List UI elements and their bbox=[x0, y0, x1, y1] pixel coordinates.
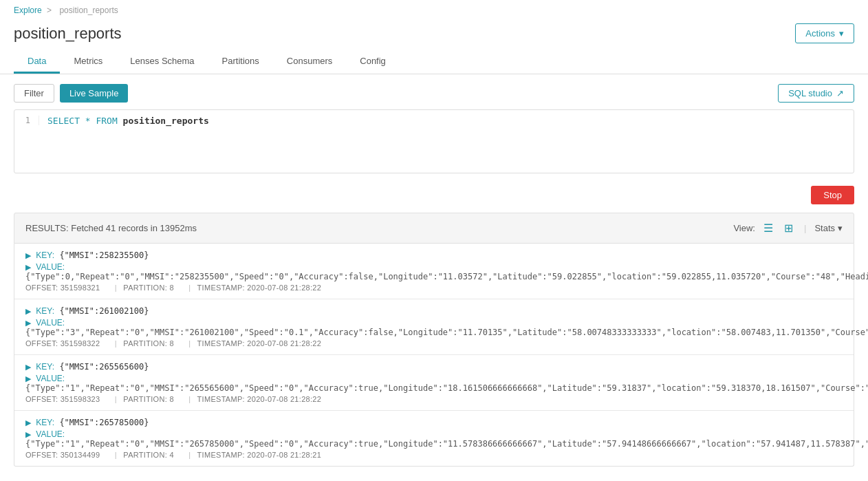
record-value-0[interactable]: ▶ VALUE: {"Type":0,"Repeat":"0","MMSI":"… bbox=[25, 262, 843, 281]
results-body: ▶ KEY: {"MMSI":258235500} ▶ VALUE: {"Typ… bbox=[14, 244, 854, 467]
actions-button-icon: ▾ bbox=[839, 28, 844, 39]
toggle-icon: ▶ bbox=[25, 319, 31, 327]
view-label: View: bbox=[733, 223, 755, 233]
record-key-0[interactable]: ▶ KEY: {"MMSI":258235500} bbox=[25, 250, 843, 260]
offset-label: OFFSET: 351598321 bbox=[25, 284, 104, 292]
tab-config[interactable]: Config bbox=[346, 50, 400, 74]
key-value: {"MMSI":261002100} bbox=[59, 306, 149, 316]
record-meta-0: OFFSET: 351598321 | PARTITION: 8 | TIMES… bbox=[25, 284, 843, 292]
offset-label: OFFSET: 351598323 bbox=[25, 395, 104, 403]
timestamp-label: TIMESTAMP: 2020-07-08 21:28:22 bbox=[197, 339, 326, 348]
key-label: KEY: bbox=[36, 418, 54, 427]
toggle-icon: ▶ bbox=[25, 418, 31, 427]
stop-button[interactable]: Stop bbox=[811, 186, 854, 204]
tab-data[interactable]: Data bbox=[14, 50, 60, 74]
record-key-3[interactable]: ▶ KEY: {"MMSI":265785000} bbox=[25, 418, 843, 427]
key-label: KEY: bbox=[36, 250, 54, 260]
code-editor[interactable]: 1 SELECT * FROM position_reports bbox=[14, 109, 854, 173]
value-label: VALUE: bbox=[36, 262, 65, 272]
tab-partitions[interactable]: Partitions bbox=[208, 50, 273, 74]
breadcrumb-current: position_reports bbox=[59, 6, 118, 15]
value-text: {"Type":"3","Repeat":"0","MMSI":"2610021… bbox=[25, 328, 868, 337]
value-label: VALUE: bbox=[36, 318, 65, 328]
record-meta-2: OFFSET: 351598323 | PARTITION: 8 | TIMES… bbox=[25, 395, 843, 403]
view-divider: | bbox=[804, 223, 806, 233]
timestamp-label: TIMESTAMP: 2020-07-08 21:28:22 bbox=[197, 284, 326, 292]
table-row: ▶ KEY: {"MMSI":265565600} ▶ VALUE: {"Typ… bbox=[14, 355, 854, 411]
offset-value: 351598321 bbox=[61, 284, 100, 292]
sql-studio-button[interactable]: SQL studio ↗ bbox=[778, 84, 854, 103]
toolbar: Filter Live Sample SQL studio ↗ bbox=[14, 84, 854, 103]
record-meta-1: OFFSET: 351598322 | PARTITION: 8 | TIMES… bbox=[25, 339, 843, 348]
top-bar: Explore > position_reports position_repo… bbox=[0, 0, 868, 74]
record-value-2[interactable]: ▶ VALUE: {"Type":"1","Repeat":"0","MMSI"… bbox=[25, 374, 843, 393]
main-content: Filter Live Sample SQL studio ↗ 1 SELECT… bbox=[0, 74, 868, 476]
breadcrumb-explore[interactable]: Explore bbox=[14, 6, 42, 15]
toggle-icon: ▶ bbox=[25, 430, 31, 438]
value-label: VALUE: bbox=[36, 374, 65, 383]
table-row: ▶ KEY: {"MMSI":265785000} ▶ VALUE: {"Typ… bbox=[14, 411, 854, 466]
key-label: KEY: bbox=[36, 306, 54, 316]
record-value-3[interactable]: ▶ VALUE: {"Type":"1","Repeat":"0","MMSI"… bbox=[25, 429, 843, 449]
key-value: {"MMSI":258235500} bbox=[59, 250, 149, 260]
tab-metrics[interactable]: Metrics bbox=[60, 50, 116, 74]
stop-bar: Stop bbox=[14, 180, 854, 210]
sql-studio-label: SQL studio bbox=[788, 88, 832, 98]
tab-lenses-schema[interactable]: Lenses Schema bbox=[116, 50, 208, 74]
table-row: ▶ KEY: {"MMSI":258235500} ▶ VALUE: {"Typ… bbox=[14, 244, 854, 299]
page-header: position_reports Actions ▾ bbox=[14, 19, 854, 50]
key-value: {"MMSI":265785000} bbox=[59, 418, 149, 427]
partition-label: PARTITION: 8 bbox=[123, 339, 178, 348]
tab-bar: Data Metrics Lenses Schema Partitions Co… bbox=[14, 50, 854, 74]
partition-label: PARTITION: 4 bbox=[123, 451, 178, 459]
value-label: VALUE: bbox=[36, 429, 65, 439]
toggle-icon: ▶ bbox=[25, 251, 31, 259]
key-value: {"MMSI":265565600} bbox=[59, 362, 149, 372]
value-text: {"Type":0,"Repeat":"0","MMSI":"258235500… bbox=[25, 272, 868, 281]
code-line-1: 1 SELECT * FROM position_reports bbox=[14, 110, 854, 131]
filter-button[interactable]: Filter bbox=[14, 84, 54, 103]
line-number: 1 bbox=[14, 116, 39, 125]
offset-label: OFFSET: 351598322 bbox=[25, 339, 104, 348]
live-sample-button[interactable]: Live Sample bbox=[60, 84, 129, 103]
partition-value: 8 bbox=[169, 284, 173, 292]
table-row: ▶ KEY: {"MMSI":261002100} ▶ VALUE: {"Typ… bbox=[14, 299, 854, 355]
stats-label: Stats bbox=[814, 223, 835, 233]
stats-dropdown[interactable]: Stats ▾ bbox=[814, 223, 843, 233]
offset-value: 351598322 bbox=[61, 339, 100, 348]
timestamp-label: TIMESTAMP: 2020-07-08 21:28:21 bbox=[197, 451, 326, 459]
grid-view-icon[interactable]: ⊞ bbox=[781, 220, 796, 236]
timestamp-value: 2020-07-08 21:28:21 bbox=[247, 451, 321, 459]
record-key-1[interactable]: ▶ KEY: {"MMSI":261002100} bbox=[25, 306, 843, 316]
sql-studio-icon: ↗ bbox=[836, 88, 844, 98]
page-title: position_reports bbox=[14, 25, 122, 43]
partition-label: PARTITION: 8 bbox=[123, 284, 178, 292]
results-header: RESULTS: Fetched 41 records in 13952ms V… bbox=[14, 213, 854, 244]
actions-button[interactable]: Actions ▾ bbox=[795, 23, 854, 43]
record-key-2[interactable]: ▶ KEY: {"MMSI":265565600} bbox=[25, 362, 843, 372]
results-summary: RESULTS: Fetched 41 records in 13952ms bbox=[25, 223, 197, 233]
timestamp-value: 2020-07-08 21:28:22 bbox=[247, 339, 321, 348]
partition-value: 4 bbox=[169, 451, 173, 459]
code-content: SELECT * FROM position_reports bbox=[47, 116, 209, 126]
offset-value: 351598323 bbox=[61, 395, 100, 403]
record-meta-3: OFFSET: 350134499 | PARTITION: 4 | TIMES… bbox=[25, 451, 843, 459]
partition-value: 8 bbox=[169, 395, 173, 403]
timestamp-value: 2020-07-08 21:28:22 bbox=[247, 284, 321, 292]
offset-label: OFFSET: 350134499 bbox=[25, 451, 104, 459]
toggle-icon: ▶ bbox=[25, 307, 31, 315]
value-text: {"Type":"1","Repeat":"0","MMSI":"2655656… bbox=[25, 383, 868, 393]
actions-button-label: Actions bbox=[805, 28, 835, 39]
toggle-icon: ▶ bbox=[25, 374, 31, 383]
editor-spacer bbox=[14, 131, 854, 173]
breadcrumb-separator: > bbox=[47, 6, 52, 15]
partition-label: PARTITION: 8 bbox=[123, 395, 178, 403]
code-keyword: SELECT * FROM bbox=[47, 116, 123, 126]
record-value-1[interactable]: ▶ VALUE: {"Type":"3","Repeat":"0","MMSI"… bbox=[25, 318, 843, 337]
offset-value: 350134499 bbox=[61, 451, 100, 459]
toggle-icon: ▶ bbox=[25, 363, 31, 371]
view-controls: View: ☰ ⊞ | Stats ▾ bbox=[733, 220, 843, 236]
list-view-icon[interactable]: ☰ bbox=[761, 220, 776, 236]
timestamp-value: 2020-07-08 21:28:22 bbox=[247, 395, 321, 403]
tab-consumers[interactable]: Consumers bbox=[273, 50, 346, 74]
